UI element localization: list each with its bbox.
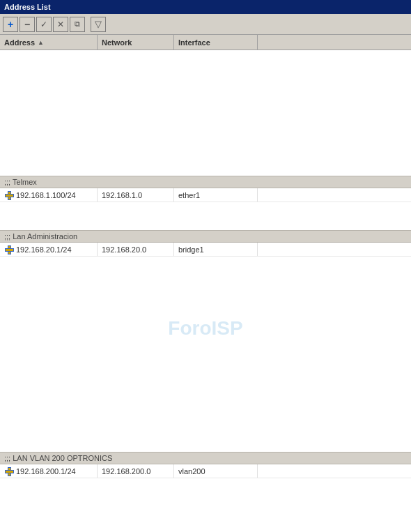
table-row[interactable]: 192.168.20.1/24 192.168.20.0 bridge1: [0, 243, 411, 257]
sort-arrow-icon: ▲: [38, 39, 44, 46]
network-cell: 192.168.1.0: [98, 188, 174, 202]
address-cell: 192.168.1.100/24: [0, 188, 98, 202]
interface-cell: vlan200: [174, 464, 258, 478]
network-cell: 192.168.200.0: [98, 464, 174, 478]
enable-button[interactable]: ✓: [36, 17, 52, 32]
table-row[interactable]: 192.168.1.100/24 192.168.1.0 ether1: [0, 188, 411, 202]
interface-cell: bridge1: [174, 243, 258, 256]
window-title: Address List: [4, 3, 51, 11]
empty-top-space: [0, 50, 411, 176]
filter-icon: ▽: [95, 19, 102, 29]
x-icon: ✕: [57, 20, 64, 29]
empty-space-2: [0, 257, 411, 452]
filter-button[interactable]: ▽: [91, 17, 106, 32]
interface-cell: ether1: [174, 188, 258, 202]
column-header-network[interactable]: Network: [98, 35, 174, 50]
table-header: Address ▲ Network Interface: [0, 35, 411, 50]
toolbar: + − ✓ ✕ ⧉ ▽: [0, 14, 411, 35]
section-lan-admin: ;;; Lan Administracion: [0, 230, 411, 243]
remove-button[interactable]: −: [20, 17, 35, 32]
column-header-address[interactable]: Address ▲: [0, 35, 98, 50]
check-icon: ✓: [40, 20, 47, 29]
address-icon: [4, 245, 13, 254]
column-header-interface[interactable]: Interface: [174, 35, 258, 50]
address-cell: 192.168.20.1/24: [0, 243, 98, 256]
remove-icon: −: [24, 19, 30, 30]
add-icon: +: [8, 19, 13, 30]
add-button[interactable]: +: [3, 17, 18, 32]
address-icon: [4, 190, 13, 199]
network-cell: 192.168.20.0: [98, 243, 174, 256]
title-bar: Address List: [0, 0, 411, 14]
address-cell: 192.168.200.1/24: [0, 464, 98, 478]
empty-space-1: [0, 202, 411, 230]
copy-button[interactable]: ⧉: [70, 17, 85, 32]
section-vlan200: ;;; LAN VLAN 200 OPTRONICS: [0, 452, 411, 464]
disable-button[interactable]: ✕: [53, 17, 68, 32]
section-telmex: ;;; Telmex: [0, 176, 411, 188]
table-body[interactable]: ForoISP ;;; Telmex 192.168.1.100/24 192.…: [0, 50, 411, 532]
address-icon: [4, 466, 13, 476]
table-row[interactable]: 192.168.200.1/24 192.168.200.0 vlan200: [0, 464, 411, 478]
copy-icon: ⧉: [75, 20, 80, 29]
